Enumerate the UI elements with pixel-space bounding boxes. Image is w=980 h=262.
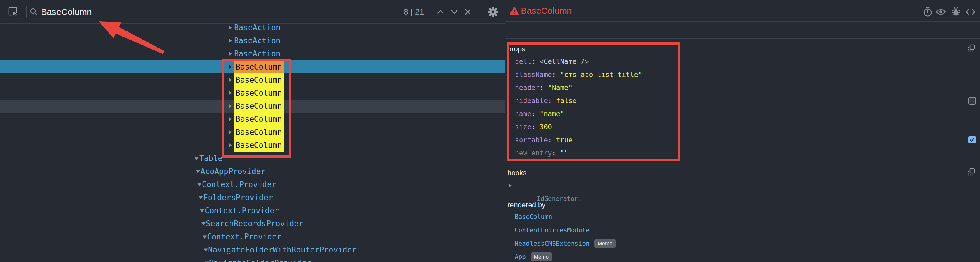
current-search-match: BaseColumn [234,60,283,73]
search-match: BaseColumn [234,113,283,126]
tree-row[interactable]: BaseColumn [0,113,505,126]
search-match: BaseColumn [234,73,283,86]
chevron-down-icon[interactable] [194,157,199,160]
chevron-right-icon[interactable] [229,26,232,30]
chevron-right-icon[interactable] [229,38,232,43]
tree-row[interactable]: Context.Provider [0,204,505,217]
chevron-down-icon[interactable] [199,196,203,200]
new-entry-value-input[interactable]: "" [560,149,568,157]
chevron-down-icon[interactable] [196,170,200,174]
chevron-right-icon[interactable] [229,78,232,82]
tree-row[interactable]: FoldersProvider [0,191,505,204]
copy-props-button[interactable] [967,44,975,52]
chevron-down-icon[interactable] [204,249,208,252]
tree-row[interactable]: BaseAction [0,24,505,34]
rendered-by-item[interactable]: AppMemo [515,251,552,262]
tree-row[interactable]: BaseAction [0,34,505,47]
inspect-element-button[interactable] [6,0,20,24]
suspend-component-button[interactable] [923,6,933,17]
prop-row: cell:<CellName /> [515,55,589,68]
prop-row: sortable:true [515,133,573,147]
prop-key: size [515,123,531,131]
tree-row-selected[interactable]: BaseColumn [0,60,505,73]
search-match: BaseColumn [234,99,283,113]
prop-key: cell [515,58,531,66]
tree-row[interactable]: SearchRecordsProvider [0,217,505,230]
prop-value[interactable]: <CellName /> [539,58,589,66]
tree-row[interactable]: Context.Provider [0,230,505,243]
memo-badge: Memo [594,239,616,248]
tree-row-label: SearchRecordsProvider [206,217,304,230]
chevron-down-icon[interactable] [200,209,204,213]
eye-icon [935,8,946,16]
tree-row[interactable]: NavigateFolderProvider [0,256,505,262]
rendered-by-item[interactable]: BaseColumn [515,210,552,224]
tree-row-hovered[interactable]: BaseColumn [0,99,505,113]
prop-key: header [515,84,539,91]
chevron-up-icon [438,10,443,13]
gear-icon [487,6,499,18]
tree-row-label: Table [199,152,223,165]
chevron-right-icon[interactable] [229,65,232,69]
chevron-right-icon[interactable] [229,104,232,108]
hook-row[interactable]: IdGenerator: [514,179,582,192]
chevron-down-icon[interactable] [197,183,201,187]
props-section-header: props [508,43,525,56]
panel-divider[interactable] [505,0,506,262]
view-source-button[interactable] [965,8,976,16]
component-tree: BaseAction BaseAction BaseAction BaseCol… [0,24,505,262]
chevron-right-icon[interactable] [229,117,232,121]
prop-value[interactable]: "name" [539,110,564,118]
tree-row-label: BaseAction [234,34,281,47]
copy-hooks-button[interactable] [967,168,975,176]
code-brackets-icon [965,8,976,16]
tree-row[interactable]: Context.Provider [0,178,505,191]
chevron-right-icon[interactable] [229,91,232,95]
chevron-down-icon[interactable] [203,236,207,239]
prop-value[interactable]: false [556,97,577,105]
tree-row-label: BaseAction [234,47,281,60]
checkmark-icon [969,137,975,143]
tree-row[interactable]: Table [0,152,505,165]
tree-search-toolbar: 8 | 21 [0,0,505,24]
toolbar-divider [430,6,430,18]
tree-row[interactable]: AcoAppProvider [0,165,505,178]
prop-key: name [515,110,531,118]
tree-row[interactable]: BaseColumn [0,139,505,152]
prop-value[interactable]: "Name" [548,84,573,91]
search-input[interactable] [41,5,382,19]
inspect-dom-element-button[interactable] [935,8,946,16]
hideable-checkbox[interactable] [969,97,976,105]
clear-search-button[interactable] [462,0,473,24]
previous-match-button[interactable] [435,0,446,24]
chevron-right-icon[interactable] [509,184,512,187]
prop-row: header:"Name" [515,81,573,94]
chevron-right-icon[interactable] [229,143,232,147]
tree-row[interactable]: BaseColumn [0,86,505,99]
chevron-right-icon[interactable] [229,52,232,56]
search-match: BaseColumn [234,86,283,99]
tree-row[interactable]: BaseColumn [0,73,505,86]
stopwatch-icon [923,6,933,17]
log-component-data-button[interactable] [951,6,961,17]
prop-value[interactable]: 300 [539,123,552,131]
search-results-count: 8 | 21 [395,0,424,24]
search-icon [29,0,39,24]
tree-row-label: NavigateFolderWithRouterProvider [208,243,356,256]
bug-icon [951,6,961,17]
chevron-right-icon[interactable] [229,130,232,134]
rendered-by-item[interactable]: ContentEntriesModule [515,224,590,237]
tree-row[interactable]: BaseAction [0,47,505,60]
tree-row[interactable]: NavigateFolderWithRouterProvider [0,243,505,256]
settings-button[interactable] [487,0,499,24]
tree-row-label: Context.Provider [207,230,281,243]
prop-value[interactable]: true [556,136,573,144]
chevron-down-icon[interactable] [201,222,205,226]
prop-value[interactable]: "cms-aco-list-title" [560,71,642,78]
next-match-button[interactable] [449,0,460,24]
search-match: BaseColumn [234,126,283,139]
rendered-by-item[interactable]: HeadlessCMSExtensionMemo [515,237,616,250]
tree-row[interactable]: BaseColumn [0,126,505,139]
sortable-checkbox[interactable] [969,136,976,144]
tree-row-label: Context.Provider [202,178,276,191]
